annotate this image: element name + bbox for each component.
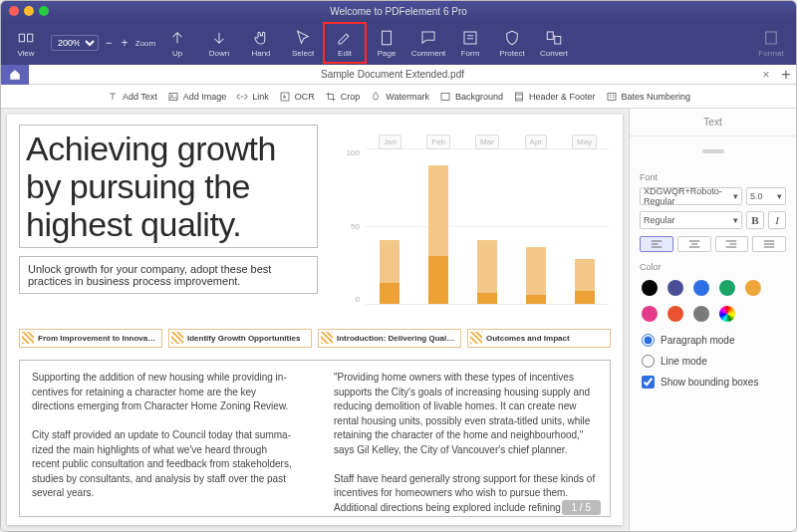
color-swatch[interactable] [642, 306, 658, 322]
align-justify-button[interactable] [752, 236, 786, 252]
inspector-grip [630, 136, 796, 166]
svg-rect-10 [441, 93, 449, 100]
bold-button[interactable]: B [746, 211, 764, 229]
down-button[interactable]: Down [198, 23, 240, 63]
color-picker-icon[interactable] [719, 306, 735, 322]
bates-icon [606, 91, 618, 103]
protect-button[interactable]: Protect [491, 23, 533, 63]
zoom-label: Zoom [135, 39, 155, 48]
svg-rect-0 [19, 34, 24, 42]
watermark-button[interactable]: Watermark [370, 91, 429, 103]
background-icon [439, 91, 451, 103]
toolbar-spacer [575, 23, 750, 63]
column-left[interactable]: Supporting the addition of new housing w… [20, 361, 308, 516]
color-swatch[interactable] [642, 280, 658, 296]
bar-May: May [571, 241, 599, 304]
view-icon [17, 29, 35, 47]
document-canvas[interactable]: Achieving growth by pursuing the highest… [1, 109, 629, 531]
link-button[interactable]: Link [236, 91, 269, 103]
column-right[interactable]: "Providing home owners with these types … [322, 361, 610, 516]
edit-button[interactable]: Edit [324, 23, 366, 63]
align-left-button[interactable] [640, 236, 673, 252]
paragraph-mode-radio[interactable]: Paragraph mode [642, 334, 784, 347]
form-button[interactable]: Form [449, 23, 491, 63]
select-icon [294, 29, 312, 47]
crop-icon [325, 91, 337, 103]
font-family-select[interactable]: XDGWQR+Roboto-Regular▾ [640, 187, 742, 205]
arrow-down-icon [210, 29, 228, 47]
ytick: 50 [336, 222, 360, 231]
format-icon [762, 29, 780, 47]
view-button[interactable]: View [5, 23, 47, 63]
show-bounding-boxes-check[interactable]: Show bounding boxes [642, 376, 784, 389]
page-button[interactable]: Page [366, 23, 407, 63]
home-button[interactable] [1, 65, 29, 85]
section-heading[interactable]: Identify Growth Opportunities [168, 329, 312, 348]
align-right-button[interactable] [715, 236, 749, 252]
svg-rect-11 [516, 93, 523, 101]
font-style-select[interactable]: Regular▾ [640, 211, 742, 229]
color-swatch[interactable] [745, 280, 761, 296]
doc-headline[interactable]: Achieving growth by pursuing the highest… [19, 125, 318, 248]
ocr-button[interactable]: OCR [279, 91, 315, 103]
bar-Feb: Feb [424, 147, 452, 304]
bar-label: Apr [525, 134, 547, 149]
svg-rect-4 [547, 32, 553, 40]
ytick: 100 [336, 148, 360, 157]
svg-rect-1 [28, 34, 33, 42]
doc-subtitle[interactable]: Unlock growth for your company, adopt th… [19, 256, 318, 294]
header-footer-button[interactable]: Header & Footer [513, 91, 596, 103]
zoom-select[interactable]: 200% [51, 35, 99, 51]
window-title: Welcome to PDFelement 6 Pro [1, 6, 796, 17]
zoom-control: 200% − + [47, 35, 134, 51]
section-heading[interactable]: From Improvement to Innovation [19, 329, 162, 348]
chevron-down-icon: ▾ [777, 191, 782, 201]
up-button[interactable]: Up [156, 23, 198, 63]
arrow-up-icon [168, 29, 186, 47]
minimize-window-icon[interactable] [24, 6, 34, 16]
italic-button[interactable]: I [768, 211, 786, 229]
align-center-button[interactable] [677, 236, 711, 252]
zoom-out-button[interactable]: − [103, 37, 115, 49]
section-heading[interactable]: Introduction: Delivering Quality [318, 329, 461, 348]
image-icon [167, 91, 179, 103]
file-name: Sample Document Extended.pdf [29, 69, 756, 80]
select-button[interactable]: Select [282, 23, 324, 63]
zoom-label-wrap: Zoom [134, 23, 156, 63]
color-swatch[interactable] [667, 306, 683, 322]
zoom-in-button[interactable]: + [119, 37, 131, 49]
add-image-button[interactable]: Add Image [167, 91, 227, 103]
color-swatch[interactable] [719, 280, 735, 296]
close-tab-button[interactable]: × [756, 68, 776, 82]
svg-rect-5 [555, 36, 561, 44]
color-swatch[interactable] [667, 280, 683, 296]
section-heading[interactable]: Outcomes and Impact [467, 329, 611, 348]
maximize-window-icon[interactable] [39, 6, 49, 16]
convert-icon [545, 29, 563, 47]
line-mode-radio[interactable]: Line mode [642, 355, 784, 368]
chevron-down-icon: ▾ [733, 191, 738, 201]
close-window-icon[interactable] [9, 6, 19, 16]
color-swatch[interactable] [693, 306, 709, 322]
svg-rect-3 [464, 32, 476, 44]
crop-button[interactable]: Crop [325, 91, 361, 103]
convert-button[interactable]: Convert [533, 23, 575, 63]
comment-button[interactable]: Comment [407, 23, 449, 63]
color-swatch[interactable] [693, 280, 709, 296]
chevron-down-icon: ▾ [733, 215, 738, 225]
svg-rect-7 [169, 93, 177, 100]
bar-Jan: Jan [376, 222, 403, 304]
two-column-text[interactable]: Supporting the addition of new housing w… [19, 360, 611, 517]
bates-button[interactable]: Bates Numbering [606, 91, 691, 103]
hand-button[interactable]: Hand [240, 23, 282, 63]
new-tab-button[interactable]: + [776, 66, 796, 84]
font-size-select[interactable]: 5.0▾ [746, 187, 786, 205]
svg-rect-12 [608, 93, 616, 100]
header-footer-icon [513, 91, 525, 103]
edit-subtoolbar: Add Text Add Image Link OCR Crop Waterma… [1, 85, 796, 109]
format-button[interactable]: Format [750, 23, 792, 63]
ytick: 0 [336, 295, 360, 304]
watermark-icon [370, 91, 382, 103]
add-text-button[interactable]: Add Text [107, 91, 157, 103]
background-button[interactable]: Background [439, 91, 503, 103]
